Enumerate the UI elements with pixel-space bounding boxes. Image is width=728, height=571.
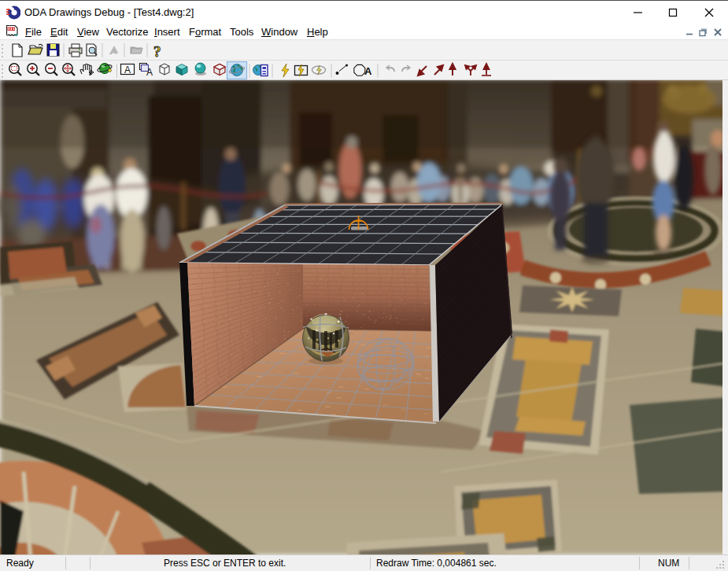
svg-text:A: A [364,65,372,77]
svg-text:A: A [146,67,153,78]
svg-text:A: A [124,64,131,76]
svg-text:?: ? [153,43,161,60]
